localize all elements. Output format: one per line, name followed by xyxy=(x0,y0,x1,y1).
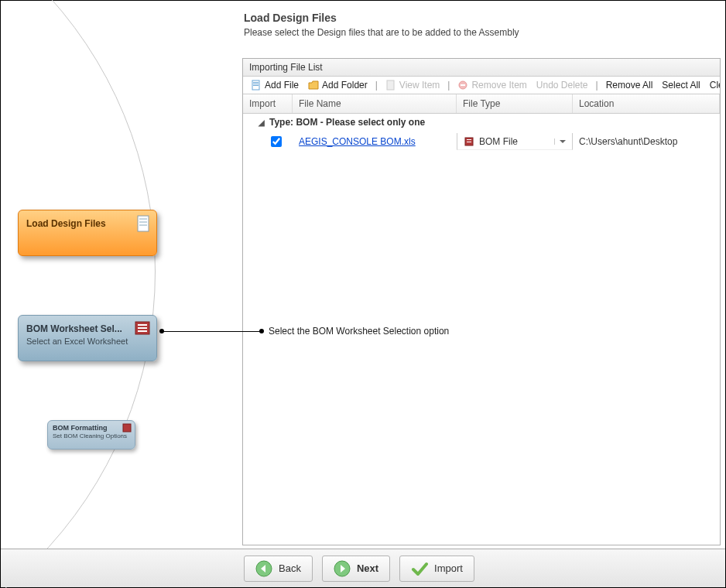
svg-rect-13 xyxy=(139,224,147,226)
wizard-steps: Load Design Files BOM Worksheet Sel... S… xyxy=(18,210,157,450)
document-icon xyxy=(136,215,150,232)
importing-file-list-panel: Importing File List Add File Add Folder … xyxy=(242,58,721,545)
svg-rect-9 xyxy=(467,142,471,142)
column-location[interactable]: Location xyxy=(573,94,720,113)
view-item-label: View Item xyxy=(399,80,440,91)
collapse-icon[interactable]: ◢ xyxy=(259,118,265,127)
import-label: Import xyxy=(434,562,463,574)
location-label: C:\Users\ahunt\Desktop xyxy=(579,136,677,147)
group-row-bom[interactable]: ◢ Type: BOM - Please select only one xyxy=(243,114,720,131)
footer: Back Next Import xyxy=(1,549,725,587)
column-import[interactable]: Import xyxy=(243,94,293,113)
column-filetype[interactable]: File Type xyxy=(457,94,573,113)
svg-rect-1 xyxy=(253,82,259,83)
arrow-right-icon xyxy=(334,560,351,577)
svg-rect-3 xyxy=(253,85,259,86)
group-label: Type: BOM - Please select only one xyxy=(269,117,425,128)
callout-text: Select the BOM Worksheet Selection optio… xyxy=(269,326,449,337)
column-filename[interactable]: File Name xyxy=(293,94,457,113)
undo-delete-button: Undo Delete xyxy=(533,79,591,91)
callout-line xyxy=(160,331,262,332)
grid-header: Import File Name File Type Location xyxy=(243,94,720,114)
svg-rect-12 xyxy=(139,221,147,223)
clear-all-label: Clear All xyxy=(710,80,720,91)
svg-rect-6 xyxy=(461,84,465,86)
step-subtitle: Set BOM Cleaning Options xyxy=(53,432,130,439)
file-link[interactable]: AEGIS_CONSOLE BOM.xls xyxy=(299,136,416,147)
filetype-label: BOM File xyxy=(479,136,518,147)
cell-filetype[interactable]: BOM File xyxy=(457,133,573,150)
add-file-button[interactable]: Add File xyxy=(248,79,302,91)
next-label: Next xyxy=(357,562,378,574)
back-label: Back xyxy=(279,562,301,574)
import-checkbox[interactable] xyxy=(271,136,282,147)
add-file-label: Add File xyxy=(265,80,299,91)
step-bom-worksheet-selection[interactable]: BOM Worksheet Sel... Select an Excel Wor… xyxy=(18,315,157,361)
add-folder-label: Add Folder xyxy=(322,80,368,91)
toolbar: Add File Add Folder | View Item | R xyxy=(243,76,720,94)
callout-anchor xyxy=(159,329,164,333)
panel-title: Importing File List xyxy=(243,59,720,76)
toolbar-separator: | xyxy=(446,80,451,91)
select-all-button[interactable]: Select All xyxy=(659,79,703,91)
svg-rect-8 xyxy=(467,139,471,140)
callout-anchor xyxy=(259,329,264,333)
svg-rect-2 xyxy=(253,84,259,84)
undo-delete-label: Undo Delete xyxy=(536,80,588,91)
file-icon xyxy=(251,80,262,91)
svg-rect-18 xyxy=(123,424,131,432)
step-title: BOM Formatting xyxy=(53,424,130,432)
arrow-left-icon xyxy=(255,560,272,577)
step-subtitle: Select an Excel Worksheet xyxy=(26,337,149,346)
back-button[interactable]: Back xyxy=(244,556,313,582)
step-title: Load Design Files xyxy=(26,218,149,229)
clear-all-button[interactable]: Clear All xyxy=(707,79,720,91)
next-button[interactable]: Next xyxy=(322,556,390,582)
step-load-design-files[interactable]: Load Design Files xyxy=(18,210,157,256)
header: Load Design Files Please select the Desi… xyxy=(12,7,721,55)
folder-icon xyxy=(308,80,319,91)
toolbar-separator: | xyxy=(594,80,600,91)
table-row[interactable]: AEGIS_CONSOLE BOM.xls BOM File C:\Users\… xyxy=(243,131,720,152)
page-subtitle: Please select the Design files that are … xyxy=(244,27,721,38)
svg-rect-4 xyxy=(387,80,394,90)
remove-all-label: Remove All xyxy=(606,80,653,91)
chevron-down-icon[interactable] xyxy=(554,138,566,145)
remove-item-label: Remove Item xyxy=(471,80,526,91)
step-title: BOM Worksheet Sel... xyxy=(26,323,149,334)
import-button[interactable]: Import xyxy=(399,556,474,582)
check-icon xyxy=(411,560,428,577)
svg-rect-15 xyxy=(138,324,147,326)
svg-rect-11 xyxy=(139,218,147,220)
page-title: Load Design Files xyxy=(244,12,721,24)
wizard-frame: Load Design Files Please select the Desi… xyxy=(0,0,726,588)
view-item-button: View Item xyxy=(382,79,443,91)
remove-item-button: Remove Item xyxy=(454,79,529,91)
step-bom-formatting[interactable]: BOM Formatting Set BOM Cleaning Options xyxy=(47,420,135,450)
bom-file-icon xyxy=(464,136,474,147)
svg-rect-17 xyxy=(138,330,147,332)
format-icon xyxy=(122,423,132,432)
cell-import xyxy=(243,132,293,151)
svg-rect-16 xyxy=(138,327,147,329)
remove-icon xyxy=(457,80,468,91)
cell-location: C:\Users\ahunt\Desktop xyxy=(573,135,720,149)
toolbar-separator: | xyxy=(374,80,379,91)
view-icon xyxy=(385,80,396,91)
cell-filename: AEGIS_CONSOLE BOM.xls xyxy=(293,135,457,149)
select-all-label: Select All xyxy=(662,80,700,91)
remove-all-button[interactable]: Remove All xyxy=(603,79,656,91)
excel-icon xyxy=(135,320,150,336)
add-folder-button[interactable]: Add Folder xyxy=(305,79,371,91)
